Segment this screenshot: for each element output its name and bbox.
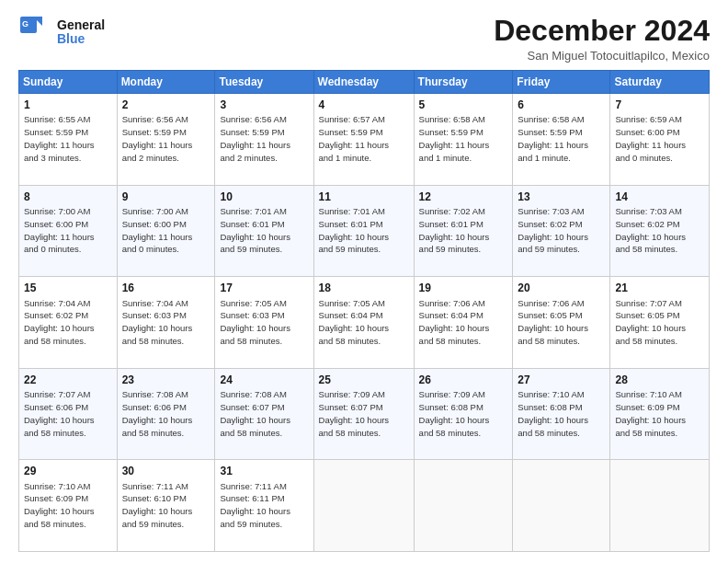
day-info: Sunrise: 7:05 AMSunset: 6:04 PMDaylight:… [319, 298, 390, 346]
day-info: Sunrise: 7:08 AMSunset: 6:06 PMDaylight:… [122, 389, 193, 437]
day-info: Sunrise: 7:11 AMSunset: 6:10 PMDaylight:… [122, 481, 193, 529]
day-number: 12 [419, 190, 508, 204]
calendar-cell [313, 460, 414, 552]
day-info: Sunrise: 7:06 AMSunset: 6:05 PMDaylight:… [518, 298, 588, 346]
day-info: Sunrise: 7:10 AMSunset: 6:09 PMDaylight:… [615, 389, 686, 437]
calendar-cell: 16Sunrise: 7:04 AMSunset: 6:03 PMDayligh… [117, 277, 215, 369]
day-number: 26 [419, 373, 508, 387]
calendar-cell: 28Sunrise: 7:10 AMSunset: 6:09 PMDayligh… [610, 368, 710, 460]
title-block: December 2024 San Miguel Totocuitlapilco… [494, 15, 710, 63]
calendar-cell: 4Sunrise: 6:57 AMSunset: 5:59 PMDaylight… [313, 94, 414, 186]
day-info: Sunrise: 7:06 AMSunset: 6:04 PMDaylight:… [419, 298, 490, 346]
day-info: Sunrise: 7:11 AMSunset: 6:11 PMDaylight:… [220, 481, 290, 529]
svg-text:G: G [22, 19, 28, 29]
day-info: Sunrise: 7:03 AMSunset: 6:02 PMDaylight:… [518, 206, 588, 254]
day-info: Sunrise: 7:00 AMSunset: 6:00 PMDaylight:… [122, 206, 193, 254]
calendar-body: 1Sunrise: 6:55 AMSunset: 5:59 PMDaylight… [19, 94, 710, 552]
calendar-cell: 9Sunrise: 7:00 AMSunset: 6:00 PMDaylight… [117, 185, 215, 277]
day-number: 5 [419, 98, 508, 112]
day-number: 25 [319, 373, 409, 387]
day-info: Sunrise: 7:01 AMSunset: 6:01 PMDaylight:… [319, 206, 390, 254]
day-number: 17 [220, 281, 308, 295]
day-number: 28 [615, 373, 704, 387]
col-thursday: Thursday [414, 71, 513, 94]
day-info: Sunrise: 6:55 AMSunset: 5:59 PMDaylight:… [24, 114, 95, 162]
day-number: 3 [220, 98, 308, 112]
location: San Miguel Totocuitlapilco, Mexico [494, 49, 710, 63]
day-number: 1 [24, 98, 112, 112]
calendar-cell: 22Sunrise: 7:07 AMSunset: 6:06 PMDayligh… [19, 368, 118, 460]
calendar-cell: 7Sunrise: 6:59 AMSunset: 6:00 PMDaylight… [610, 94, 710, 186]
calendar-cell [513, 460, 610, 552]
day-info: Sunrise: 7:05 AMSunset: 6:03 PMDaylight:… [220, 298, 290, 346]
calendar-week-4: 22Sunrise: 7:07 AMSunset: 6:06 PMDayligh… [19, 368, 710, 460]
day-info: Sunrise: 7:04 AMSunset: 6:02 PMDaylight:… [24, 298, 95, 346]
col-friday: Friday [513, 71, 610, 94]
calendar-cell: 6Sunrise: 6:58 AMSunset: 5:59 PMDaylight… [513, 94, 610, 186]
day-info: Sunrise: 7:00 AMSunset: 6:00 PMDaylight:… [24, 206, 95, 254]
calendar-cell: 10Sunrise: 7:01 AMSunset: 6:01 PMDayligh… [215, 185, 313, 277]
day-number: 6 [518, 98, 605, 112]
day-info: Sunrise: 6:57 AMSunset: 5:59 PMDaylight:… [319, 114, 390, 162]
day-info: Sunrise: 7:09 AMSunset: 6:07 PMDaylight:… [319, 389, 390, 437]
calendar-cell: 11Sunrise: 7:01 AMSunset: 6:01 PMDayligh… [313, 185, 414, 277]
calendar-cell: 25Sunrise: 7:09 AMSunset: 6:07 PMDayligh… [313, 368, 414, 460]
day-number: 20 [518, 281, 605, 295]
logo-blue: Blue [57, 32, 105, 46]
day-number: 4 [319, 98, 409, 112]
day-info: Sunrise: 6:58 AMSunset: 5:59 PMDaylight:… [518, 114, 588, 162]
calendar-cell: 24Sunrise: 7:08 AMSunset: 6:07 PMDayligh… [215, 368, 313, 460]
col-saturday: Saturday [610, 71, 710, 94]
calendar-cell: 17Sunrise: 7:05 AMSunset: 6:03 PMDayligh… [215, 277, 313, 369]
day-number: 24 [220, 373, 308, 387]
calendar-cell: 23Sunrise: 7:08 AMSunset: 6:06 PMDayligh… [117, 368, 215, 460]
day-info: Sunrise: 6:58 AMSunset: 5:59 PMDaylight:… [419, 114, 490, 162]
calendar-cell: 21Sunrise: 7:07 AMSunset: 6:05 PMDayligh… [610, 277, 710, 369]
calendar-cell: 15Sunrise: 7:04 AMSunset: 6:02 PMDayligh… [19, 277, 118, 369]
day-number: 19 [419, 281, 508, 295]
calendar-cell [610, 460, 710, 552]
col-wednesday: Wednesday [313, 71, 414, 94]
calendar-cell: 19Sunrise: 7:06 AMSunset: 6:04 PMDayligh… [414, 277, 513, 369]
day-number: 27 [518, 373, 605, 387]
day-number: 2 [122, 98, 210, 112]
calendar-week-1: 1Sunrise: 6:55 AMSunset: 5:59 PMDaylight… [19, 94, 710, 186]
day-info: Sunrise: 7:10 AMSunset: 6:08 PMDaylight:… [518, 389, 588, 437]
day-info: Sunrise: 6:56 AMSunset: 5:59 PMDaylight:… [220, 114, 290, 162]
day-number: 30 [122, 464, 210, 478]
day-number: 31 [220, 464, 308, 478]
calendar-cell: 12Sunrise: 7:02 AMSunset: 6:01 PMDayligh… [414, 185, 513, 277]
day-info: Sunrise: 7:09 AMSunset: 6:08 PMDaylight:… [419, 389, 490, 437]
calendar-cell: 2Sunrise: 6:56 AMSunset: 5:59 PMDaylight… [117, 94, 215, 186]
calendar-cell: 1Sunrise: 6:55 AMSunset: 5:59 PMDaylight… [19, 94, 118, 186]
calendar-cell: 27Sunrise: 7:10 AMSunset: 6:08 PMDayligh… [513, 368, 610, 460]
day-number: 16 [122, 281, 210, 295]
col-tuesday: Tuesday [215, 71, 313, 94]
day-number: 10 [220, 190, 308, 204]
calendar-cell: 3Sunrise: 6:56 AMSunset: 5:59 PMDaylight… [215, 94, 313, 186]
day-info: Sunrise: 7:10 AMSunset: 6:09 PMDaylight:… [24, 481, 95, 529]
day-info: Sunrise: 6:59 AMSunset: 6:00 PMDaylight:… [615, 114, 686, 162]
calendar-week-5: 29Sunrise: 7:10 AMSunset: 6:09 PMDayligh… [19, 460, 710, 552]
day-number: 22 [24, 373, 112, 387]
day-number: 7 [615, 98, 704, 112]
day-info: Sunrise: 6:56 AMSunset: 5:59 PMDaylight:… [122, 114, 193, 162]
month-title: December 2024 [494, 15, 710, 47]
calendar-cell: 13Sunrise: 7:03 AMSunset: 6:02 PMDayligh… [513, 185, 610, 277]
calendar-cell: 20Sunrise: 7:06 AMSunset: 6:05 PMDayligh… [513, 277, 610, 369]
day-info: Sunrise: 7:02 AMSunset: 6:01 PMDaylight:… [419, 206, 490, 254]
day-number: 11 [319, 190, 409, 204]
day-info: Sunrise: 7:08 AMSunset: 6:07 PMDaylight:… [220, 389, 290, 437]
day-info: Sunrise: 7:07 AMSunset: 6:06 PMDaylight:… [24, 389, 95, 437]
day-info: Sunrise: 7:03 AMSunset: 6:02 PMDaylight:… [615, 206, 686, 254]
calendar-cell: 26Sunrise: 7:09 AMSunset: 6:08 PMDayligh… [414, 368, 513, 460]
day-number: 29 [24, 464, 112, 478]
day-number: 18 [319, 281, 409, 295]
calendar-cell: 18Sunrise: 7:05 AMSunset: 6:04 PMDayligh… [313, 277, 414, 369]
day-number: 9 [122, 190, 210, 204]
logo: G General Blue [18, 15, 105, 50]
logo-general: General [57, 18, 105, 32]
calendar-header: Sunday Monday Tuesday Wednesday Thursday… [19, 71, 710, 94]
day-number: 21 [615, 281, 704, 295]
calendar-cell [414, 460, 513, 552]
